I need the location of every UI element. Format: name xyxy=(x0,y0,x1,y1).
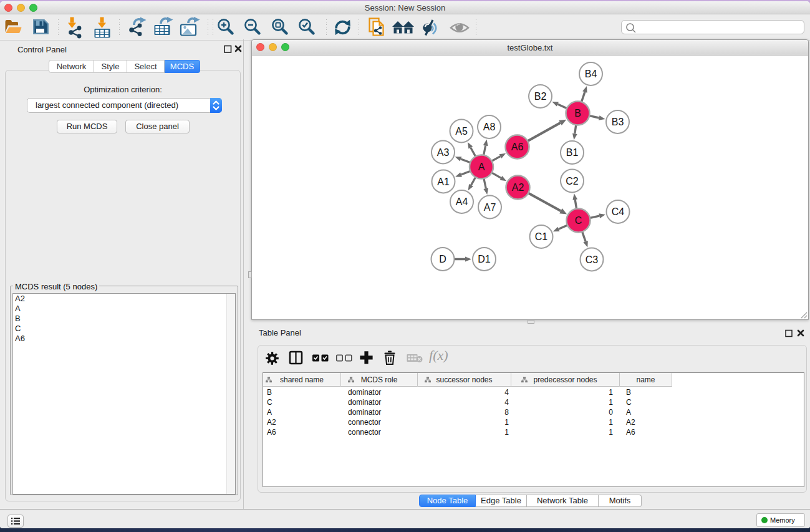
svg-text:C4: C4 xyxy=(612,206,625,217)
svg-text:C2: C2 xyxy=(566,176,579,186)
svg-text:B: B xyxy=(574,108,581,118)
svg-text:B3: B3 xyxy=(612,117,624,127)
svg-text:A8: A8 xyxy=(483,122,496,132)
svg-text:D1: D1 xyxy=(478,254,491,264)
svg-text:A1: A1 xyxy=(437,177,450,187)
svg-text:B2: B2 xyxy=(534,91,547,102)
svg-text:A4: A4 xyxy=(456,196,468,207)
svg-text:A7: A7 xyxy=(484,202,496,213)
svg-text:D: D xyxy=(439,254,446,264)
svg-text:A2: A2 xyxy=(512,182,524,193)
svg-text:A3: A3 xyxy=(437,147,450,158)
svg-text:A5: A5 xyxy=(455,126,468,137)
svg-text:B1: B1 xyxy=(566,147,579,158)
svg-text:C: C xyxy=(575,215,582,226)
svg-text:A6: A6 xyxy=(511,142,524,152)
svg-text:A: A xyxy=(478,162,485,172)
svg-text:B4: B4 xyxy=(585,69,597,79)
svg-text:C3: C3 xyxy=(586,254,599,265)
svg-text:C1: C1 xyxy=(535,231,548,242)
